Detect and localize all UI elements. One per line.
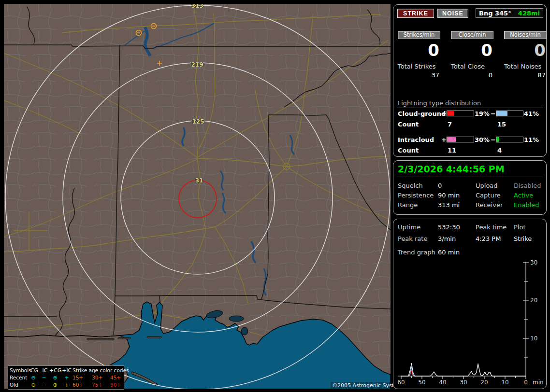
- close-counter-column: Close/min 0 Total Close 0: [451, 31, 493, 79]
- strikes-per-min-value: 0: [398, 42, 440, 58]
- receiver-status: Enabled: [514, 201, 539, 209]
- uptime-value: 532:30: [438, 224, 460, 231]
- map-svg: 313 219 125 31: [4, 4, 391, 389]
- y-tick-30: 30: [530, 259, 537, 266]
- trend-chart: 30 20 10 60 50 40 30 20 10 0 min: [393, 258, 547, 388]
- count-label: Count: [398, 121, 419, 128]
- close-per-min-value: 0: [451, 42, 493, 58]
- recent-pic-icon: +: [61, 375, 72, 380]
- count-label: Count: [398, 147, 419, 154]
- recent-pcg-icon: ⊕: [49, 375, 61, 380]
- trend-axes: [398, 262, 529, 379]
- peak-time-value: 4:23 PM: [476, 235, 501, 242]
- age-60: 60+: [72, 382, 92, 388]
- trend-axis-labels: 30 20 10 60 50 40 30 20 10 0 min: [397, 259, 543, 386]
- ic-positive-bar: [447, 137, 474, 142]
- y-tick-20: 20: [530, 297, 537, 304]
- trend-plot-lines: [401, 363, 526, 376]
- minus-sign: −: [491, 110, 496, 117]
- age-75: 75+: [92, 382, 110, 388]
- noises-counter-column: Noises/min 0 Total Noises 87: [504, 31, 547, 79]
- intracloud-row: Intracloud + 30% − 11%: [393, 136, 546, 144]
- receiver-label: Receiver: [476, 201, 503, 209]
- range-value: 313 mi: [438, 201, 460, 209]
- trend-series-strikes-total: [401, 363, 526, 376]
- svg-text:219: 219: [191, 61, 203, 68]
- legend-old-row: Old ⊖ − ⊕ + 60+ 75+ 90+: [10, 381, 124, 389]
- cg-positive-bar: [447, 111, 474, 116]
- minus-sign: −: [491, 136, 496, 143]
- x-tick-20: 20: [480, 379, 488, 386]
- svg-text:313: 313: [191, 4, 203, 9]
- lightning-map[interactable]: 313 219 125 31 Symbols -CG -IC +CG +IC S…: [4, 4, 391, 389]
- x-tick-50: 50: [418, 379, 425, 386]
- plus-sign: +: [441, 136, 447, 143]
- plot-value: Strike: [514, 235, 532, 242]
- status-panel: 2/3/2026 4:44:56 PM Squelch 0 Persistenc…: [393, 160, 547, 215]
- peak-rate-value: 3/min: [438, 235, 456, 242]
- cg-negative-count: 15: [497, 121, 506, 128]
- peak-time-label: Peak time: [476, 224, 507, 231]
- strike-mode-button[interactable]: STRIKE: [397, 9, 434, 18]
- total-strikes-label: Total Strikes: [398, 63, 440, 70]
- current-datetime: 2/3/2026 4:44:56 PM: [398, 164, 505, 174]
- total-strikes-value: 37: [398, 71, 440, 79]
- close-per-min-button[interactable]: Close/min: [451, 31, 493, 39]
- age-45: 45+: [110, 375, 127, 380]
- ic-positive-pct: 30%: [475, 136, 490, 143]
- recent-ncg-icon: ⊖: [28, 375, 39, 380]
- old-pcg-icon: ⊕: [49, 382, 61, 388]
- legend-recent-label: Recent: [10, 375, 28, 380]
- squelch-label: Squelch: [398, 182, 423, 189]
- total-close-label: Total Close: [451, 63, 493, 70]
- persistence-label: Persistence: [398, 192, 434, 199]
- ic-negative-bar: [496, 137, 523, 142]
- legend-col-nic: -IC: [39, 368, 49, 373]
- old-pic-icon: +: [61, 382, 72, 388]
- old-ncg-icon: ⊖: [28, 382, 39, 388]
- persistence-value: 90 min: [438, 192, 460, 199]
- trend-graph-window: 60 min: [438, 249, 460, 256]
- upload-label: Upload: [476, 182, 498, 189]
- cloud-ground-row: Cloud-ground + 19% − 41%: [393, 110, 546, 118]
- strikes-counter-column: Strikes/min 0 Total Strikes 37: [398, 31, 440, 79]
- age-30: 30+: [92, 375, 110, 380]
- noises-per-min-button[interactable]: Noises/min: [504, 31, 547, 39]
- old-nic-icon: −: [39, 382, 49, 388]
- cloud-ground-count-row: Count 7 15: [393, 121, 546, 128]
- bearing-readout: Bng 345° 428mi: [476, 8, 543, 18]
- nexstorm-app-window: 313 219 125 31 Symbols -CG -IC +CG +IC S…: [0, 0, 550, 392]
- strikes-per-min-button[interactable]: Strikes/min: [398, 31, 440, 39]
- bearing-label: Bng 345°: [479, 10, 511, 17]
- legend-recent-row: Recent ⊖ − ⊕ + 15+ 30+ 45+: [10, 374, 124, 381]
- squelch-value: 0: [438, 182, 442, 189]
- distribution-header: Lightning type distribution: [398, 99, 481, 107]
- capture-status: Active: [514, 192, 533, 199]
- plus-sign: +: [441, 110, 447, 117]
- distribution-divider: [397, 108, 543, 108]
- cloud-ground-label: Cloud-ground: [398, 110, 446, 117]
- map-legend: Symbols -CG -IC +CG +IC Strike age color…: [8, 365, 124, 390]
- datetime-divider: [397, 177, 543, 177]
- upload-status: Disabled: [514, 182, 541, 189]
- plot-label: Plot: [514, 224, 526, 231]
- legend-col-pic: +IC: [61, 368, 72, 373]
- intracloud-count-row: Count 11 4: [393, 147, 546, 154]
- cg-negative-bar: [496, 111, 523, 116]
- cg-positive-count: 7: [448, 121, 452, 128]
- age-15: 15+: [72, 375, 92, 380]
- legend-header-row: Symbols -CG -IC +CG +IC Strike age color…: [10, 367, 124, 374]
- x-tick-10: 10: [501, 379, 508, 386]
- legend-col-pcg: +CG: [49, 368, 61, 373]
- svg-text:125: 125: [192, 118, 204, 125]
- legend-col-ncg: -CG: [28, 368, 39, 373]
- total-close-value: 0: [451, 71, 493, 79]
- legend-age-header: Strike age color codes: [72, 368, 127, 373]
- peak-rate-label: Peak rate: [398, 235, 427, 242]
- strike-counter-panel: STRIKE NOISE Bng 345° 428mi Strikes/min …: [393, 4, 547, 157]
- x-tick-0: 0: [524, 379, 528, 386]
- x-tick-40: 40: [439, 379, 446, 386]
- cg-negative-pct: 41%: [524, 110, 539, 117]
- noise-mode-button[interactable]: NOISE: [437, 9, 468, 18]
- y-tick-10: 10: [530, 335, 537, 342]
